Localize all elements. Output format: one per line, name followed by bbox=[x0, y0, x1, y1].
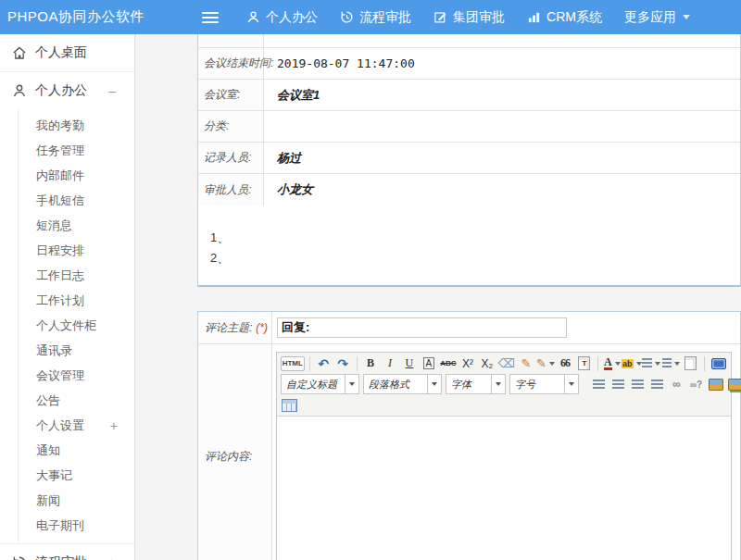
sidebar-item-personal-files[interactable]: 个人文件柜 bbox=[19, 313, 134, 338]
nav-workflow-approval[interactable]: 流程审批 bbox=[340, 9, 411, 26]
caret-down-icon bbox=[615, 362, 621, 366]
ordered-list-button[interactable] bbox=[642, 355, 659, 372]
collapse-toggle[interactable]: – bbox=[108, 83, 125, 98]
justify-button[interactable] bbox=[648, 376, 666, 393]
field-value: 小龙女 bbox=[277, 181, 313, 198]
field-label: 分类: bbox=[204, 118, 229, 134]
top-menu: 个人办公 流程审批 集团审批 CRM系统 更多应用 bbox=[246, 9, 712, 26]
italic-button[interactable]: I bbox=[381, 355, 398, 372]
align-center-button[interactable] bbox=[609, 376, 627, 393]
paste-as-text-icon[interactable]: T bbox=[575, 355, 593, 372]
blockquote-button[interactable]: 66 bbox=[556, 355, 573, 372]
sidebar-item-internal-mail[interactable]: 内部邮件 bbox=[19, 163, 134, 188]
remove-format-icon[interactable]: ⌫ bbox=[497, 355, 515, 372]
sidebar-item-meeting-management[interactable]: 会议管理 bbox=[19, 363, 134, 388]
font-color-button[interactable]: A bbox=[603, 355, 621, 372]
top-navigation-bar: PHPOA协同办公软件 个人办公 流程审批 集团审批 CRM系统 更多应用 bbox=[0, 0, 741, 34]
history-icon bbox=[340, 10, 354, 24]
sidebar-item-sms[interactable]: 手机短信 bbox=[19, 188, 134, 213]
nav-group-approval[interactable]: 集团审批 bbox=[433, 9, 505, 26]
comment-table: 评论主题: (*) 评论内容: HTML bbox=[197, 311, 741, 560]
insert-link-icon[interactable]: ∞ bbox=[668, 376, 685, 393]
nav-personal-office[interactable]: 个人办公 bbox=[246, 9, 318, 26]
table-row-partial bbox=[198, 34, 740, 48]
font-family-select[interactable]: 字体 bbox=[446, 374, 506, 394]
redo-button[interactable]: ↷ bbox=[334, 355, 352, 372]
quick-format-icon[interactable]: ✎ bbox=[536, 355, 554, 372]
sidebar-item-personal-desktop[interactable]: 个人桌面 bbox=[0, 34, 134, 71]
align-center-icon bbox=[612, 380, 624, 390]
content-line: 2、 bbox=[210, 248, 740, 268]
field-label: 记录人员: bbox=[204, 150, 251, 166]
ordered-list-icon bbox=[642, 358, 651, 368]
sidebar-item-personal-office[interactable]: 个人办公 – bbox=[0, 72, 134, 109]
align-right-button[interactable] bbox=[629, 376, 647, 393]
highlight-color-button[interactable]: ab bbox=[622, 355, 640, 372]
sidebar-item-personal-settings[interactable]: 个人设置 + bbox=[19, 413, 134, 438]
sidebar-item-memorabilia[interactable]: 大事记 bbox=[19, 463, 134, 488]
caret-down-icon bbox=[345, 375, 358, 393]
upload-image-button[interactable] bbox=[726, 376, 741, 393]
meeting-info-table: 会议结束时间: 2019-08-07 11:47:00 会议室: 会议室1 分类… bbox=[197, 34, 741, 287]
remove-link-icon[interactable]: ∞? bbox=[687, 376, 705, 393]
comment-subject-input[interactable] bbox=[277, 317, 567, 338]
table-row-end-time: 会议结束时间: 2019-08-07 11:47:00 bbox=[198, 48, 740, 80]
hamburger-menu-icon[interactable] bbox=[202, 12, 219, 23]
custom-heading-select[interactable]: 自定义标题 bbox=[281, 374, 359, 394]
caret-down-icon bbox=[655, 362, 660, 366]
nav-more-apps[interactable]: 更多应用 bbox=[624, 9, 690, 26]
insert-table-button[interactable] bbox=[281, 396, 298, 414]
sidebar-item-work-plan[interactable]: 工作计划 bbox=[19, 288, 134, 313]
sidebar-item-short-message[interactable]: 短消息 bbox=[19, 213, 134, 238]
font-style-button[interactable]: A bbox=[420, 355, 437, 372]
superscript-button[interactable]: X² bbox=[458, 355, 476, 372]
caret-down-icon bbox=[636, 362, 642, 366]
spacer bbox=[197, 287, 741, 311]
table-row-meeting-room: 会议室: 会议室1 bbox=[198, 80, 740, 111]
fullscreen-button[interactable] bbox=[710, 355, 727, 372]
caret-down-icon bbox=[683, 15, 690, 19]
insert-image-button[interactable] bbox=[707, 376, 724, 393]
field-value: 会议室1 bbox=[277, 87, 320, 104]
editor-content-area[interactable] bbox=[277, 417, 731, 560]
sidebar-item-e-journal[interactable]: 电子期刊 bbox=[19, 513, 134, 538]
underline-button[interactable]: U bbox=[400, 355, 418, 372]
sidebar-item-schedule[interactable]: 日程安排 bbox=[19, 238, 134, 263]
align-right-icon bbox=[632, 380, 644, 390]
sidebar-item-contacts[interactable]: 通讯录 bbox=[19, 338, 134, 363]
comment-content-label: 评论内容: bbox=[205, 449, 252, 465]
image-icon bbox=[709, 379, 723, 391]
font-size-select[interactable]: 字号 bbox=[509, 374, 579, 394]
expand-toggle[interactable]: + bbox=[108, 555, 125, 560]
unordered-list-button[interactable] bbox=[662, 355, 680, 372]
sidebar-item-news[interactable]: 新闻 bbox=[19, 488, 134, 513]
comment-content-row: 评论内容: HTML ↶ ↷ B bbox=[198, 344, 740, 560]
edit-icon bbox=[433, 10, 447, 24]
undo-button[interactable]: ↶ bbox=[315, 355, 333, 372]
bold-button[interactable]: B bbox=[361, 355, 379, 372]
caret-down-icon bbox=[549, 362, 555, 366]
rich-text-editor: HTML ↶ ↷ B I U A ABC X² bbox=[276, 352, 732, 560]
align-left-button[interactable] bbox=[590, 376, 608, 393]
sidebar-item-my-attendance[interactable]: 我的考勤 bbox=[19, 113, 134, 138]
paragraph-format-select[interactable]: 段落格式 bbox=[363, 374, 442, 394]
expand-toggle[interactable]: + bbox=[110, 418, 134, 433]
nav-crm-system[interactable]: CRM系统 bbox=[527, 9, 602, 26]
home-icon bbox=[12, 45, 27, 60]
sidebar-item-announcement[interactable]: 公告 bbox=[19, 388, 134, 413]
sidebar: 个人桌面 个人办公 – 我的考勤 任务管理 内部邮件 手机短信 短消息 日程安排… bbox=[0, 34, 135, 560]
html-source-button[interactable]: HTML bbox=[281, 356, 305, 371]
table-icon bbox=[282, 399, 297, 412]
sidebar-item-task-management[interactable]: 任务管理 bbox=[19, 138, 134, 163]
align-left-icon bbox=[593, 380, 605, 390]
caret-down-icon bbox=[674, 362, 680, 366]
sidebar-item-workflow-approval[interactable]: 流程审批 + bbox=[0, 544, 134, 560]
format-painter-icon[interactable]: ✎ bbox=[517, 355, 534, 372]
subscript-button[interactable]: X₂ bbox=[478, 355, 496, 372]
unordered-list-icon bbox=[662, 358, 672, 368]
table-row-category: 分类: bbox=[198, 111, 740, 143]
strikethrough-button[interactable]: ABC bbox=[439, 355, 457, 372]
sidebar-item-work-log[interactable]: 工作日志 bbox=[19, 263, 134, 288]
new-document-button[interactable] bbox=[682, 355, 699, 372]
sidebar-item-notice[interactable]: 通知 bbox=[19, 438, 134, 463]
